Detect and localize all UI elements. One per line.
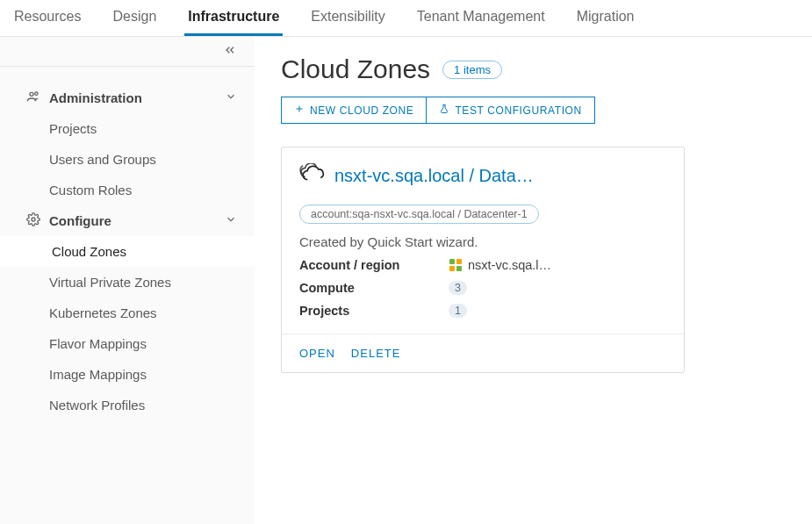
users-icon — [26, 90, 42, 106]
button-label: New Cloud Zone — [310, 104, 413, 117]
page-title-row: Cloud Zones 1 items — [281, 54, 786, 84]
value-account-region-text: nsxt-vc.sqa.l… — [468, 258, 551, 272]
item-count-pill: 1 items — [442, 61, 502, 79]
sidebar-section-administration[interactable]: Administration — [0, 83, 255, 113]
cloud-zone-title-link[interactable]: nsxt-vc.sqa.local / Data… — [299, 163, 666, 189]
chevron-down-icon — [225, 213, 237, 228]
card-description: Created by Quick Start wizard. — [299, 234, 666, 249]
svg-rect-8 — [456, 266, 462, 271]
cloud-zone-card: nsxt-vc.sqa.local / Data… account:sqa-ns… — [281, 147, 685, 373]
row-account-region: Account / region nsxt-vc.sqa.l… — [299, 258, 666, 272]
new-cloud-zone-button[interactable]: New Cloud Zone — [281, 97, 427, 124]
gear-icon — [26, 212, 42, 229]
sidebar-item-users-and-groups[interactable]: Users and Groups — [0, 144, 255, 175]
top-nav: Resources Design Infrastructure Extensib… — [0, 0, 812, 37]
account-tag-pill: account:sqa-nsxt-vc.sqa.local / Datacent… — [299, 205, 539, 224]
card-actions: Open Delete — [282, 334, 684, 360]
sidebar-section-label: Administration — [49, 90, 142, 105]
tab-resources[interactable]: Resources — [11, 0, 84, 36]
action-row: New Cloud Zone Test Configuration — [281, 97, 786, 124]
sidebar-scroll[interactable]: Administration Projects Users and Groups… — [0, 67, 255, 524]
plus-icon — [294, 104, 305, 117]
cloud-zone-title-text: nsxt-vc.sqa.local / Data… — [334, 166, 534, 186]
sidebar-item-network-profiles[interactable]: Network Profiles — [0, 390, 255, 420]
cloud-stack-icon — [299, 163, 326, 189]
svg-point-2 — [32, 218, 35, 221]
row-compute: Compute 3 — [299, 281, 666, 295]
label-account-region: Account / region — [299, 258, 449, 272]
sidebar-item-image-mappings[interactable]: Image Mappings — [0, 359, 255, 390]
projects-count-badge: 1 — [449, 304, 467, 318]
sidebar-section-label: Configure — [49, 213, 111, 228]
sidebar-item-cloud-zones[interactable]: Cloud Zones — [0, 236, 255, 267]
button-label: Test Configuration — [455, 104, 581, 117]
sidebar-item-projects[interactable]: Projects — [0, 113, 255, 144]
collapse-sidebar-icon[interactable] — [223, 43, 237, 60]
tab-infrastructure[interactable]: Infrastructure — [184, 0, 283, 36]
layout: Administration Projects Users and Groups… — [0, 37, 812, 524]
page-title: Cloud Zones — [281, 54, 430, 84]
compute-count-badge: 3 — [449, 281, 467, 295]
svg-rect-7 — [449, 266, 455, 271]
sidebar-item-custom-roles[interactable]: Custom Roles — [0, 175, 255, 205]
svg-point-1 — [35, 92, 38, 95]
svg-rect-5 — [449, 259, 455, 264]
sidebar: Administration Projects Users and Groups… — [0, 37, 255, 524]
vcenter-icon — [449, 258, 463, 272]
row-projects: Projects 1 — [299, 304, 666, 318]
svg-point-0 — [30, 92, 33, 96]
sidebar-section-configure[interactable]: Configure — [0, 205, 255, 236]
sidebar-collapse-bar — [0, 37, 255, 67]
delete-button[interactable]: Delete — [351, 347, 401, 360]
value-account-region: nsxt-vc.sqa.l… — [449, 258, 551, 272]
label-compute: Compute — [299, 281, 449, 295]
main-content: Cloud Zones 1 items New Cloud Zone Test … — [255, 37, 812, 524]
sidebar-item-virtual-private-zones[interactable]: Virtual Private Zones — [0, 267, 255, 298]
flask-icon — [439, 104, 449, 117]
open-button[interactable]: Open — [299, 347, 335, 360]
tab-extensibility[interactable]: Extensibility — [307, 0, 388, 36]
tab-migration[interactable]: Migration — [573, 0, 638, 36]
chevron-down-icon — [225, 90, 237, 105]
label-projects: Projects — [299, 304, 449, 318]
value-projects: 1 — [449, 304, 467, 318]
sidebar-item-kubernetes-zones[interactable]: Kubernetes Zones — [0, 298, 255, 328]
test-configuration-button[interactable]: Test Configuration — [427, 97, 594, 124]
sidebar-item-flavor-mappings[interactable]: Flavor Mappings — [0, 328, 255, 359]
tab-tenant-management[interactable]: Tenant Management — [413, 0, 549, 36]
value-compute: 3 — [449, 281, 467, 295]
svg-rect-6 — [456, 259, 462, 264]
tab-design[interactable]: Design — [109, 0, 160, 36]
